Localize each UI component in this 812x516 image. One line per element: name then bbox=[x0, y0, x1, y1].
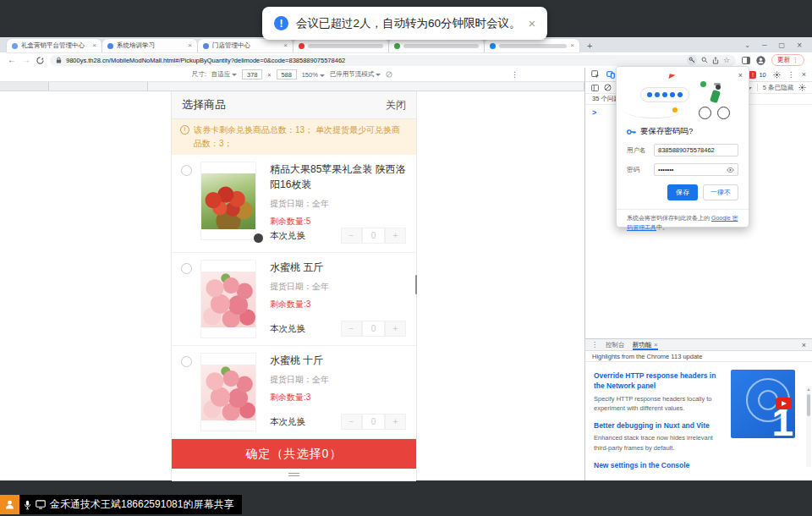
dimensions-label: 尺寸: bbox=[192, 70, 206, 79]
tab-label-obscured bbox=[499, 44, 567, 48]
whatsnew-video-thumbnail[interactable]: 1 bbox=[731, 370, 795, 438]
scroll-up-arrow[interactable]: ▲ bbox=[806, 387, 811, 392]
device-toolbar-toggle-icon[interactable] bbox=[606, 70, 615, 79]
never-button[interactable]: 一律不 bbox=[703, 184, 738, 200]
devtools-close-icon[interactable]: × bbox=[802, 70, 806, 79]
quantity-value[interactable]: 0 bbox=[362, 321, 385, 337]
whatsnew-item-title[interactable]: Override HTTP response headers in the Ne… bbox=[594, 371, 727, 392]
device-toolbar: 尺寸: 自适应 378 × 588 150% 已停用节流模式 ⋮ bbox=[0, 68, 584, 82]
product-row: 水蜜桃 五斤 提货日期：全年 剩余数量:3 本次兑换 − 0 + bbox=[172, 253, 416, 346]
close-window-button[interactable]: × bbox=[797, 41, 802, 50]
decorative-triangle bbox=[668, 74, 675, 80]
tab-close-icon[interactable]: × bbox=[92, 42, 96, 49]
product-radio[interactable] bbox=[181, 356, 192, 367]
new-tab-button[interactable]: + bbox=[587, 41, 592, 51]
tab-close-icon[interactable]: × bbox=[570, 42, 574, 49]
tab-search-icon[interactable]: ⌄ bbox=[744, 41, 750, 49]
tab-close-icon[interactable]: × bbox=[188, 42, 192, 49]
devtools-settings-icon[interactable] bbox=[773, 71, 781, 79]
close-link[interactable]: 关闭 bbox=[386, 98, 406, 113]
plus-button[interactable]: + bbox=[385, 228, 406, 244]
exchange-label: 本次兑换 bbox=[270, 323, 305, 335]
drawer-scrollbar[interactable]: ▲ bbox=[806, 386, 811, 467]
show-password-eye-icon[interactable] bbox=[727, 167, 734, 173]
side-panel-icon[interactable] bbox=[742, 57, 750, 64]
plus-button[interactable]: + bbox=[385, 321, 406, 337]
drag-handle[interactable] bbox=[172, 469, 416, 480]
tab-whats-new[interactable]: 新功能 × bbox=[633, 339, 658, 350]
device-zoom-select[interactable]: 150% bbox=[302, 71, 325, 79]
save-button[interactable]: 保存 bbox=[667, 184, 698, 200]
whatsnew-item-title[interactable]: New settings in the Console bbox=[594, 460, 727, 470]
bookmark-star-icon[interactable]: ☆ bbox=[723, 56, 730, 64]
tab-training[interactable]: 系统培训学习 × bbox=[102, 39, 197, 52]
product-radio[interactable] bbox=[181, 165, 192, 176]
minus-button[interactable]: − bbox=[341, 321, 362, 337]
reload-icon[interactable] bbox=[36, 57, 44, 64]
product-radio[interactable] bbox=[181, 263, 192, 274]
share-icon[interactable] bbox=[712, 57, 719, 64]
maximize-button[interactable]: ▢ bbox=[779, 41, 786, 49]
minus-button[interactable]: − bbox=[341, 414, 362, 430]
password-field[interactable]: ••••••• bbox=[654, 163, 738, 176]
page-scrollbar[interactable] bbox=[415, 275, 418, 294]
tab-obscured-2[interactable] bbox=[389, 39, 484, 52]
tab-gift-platform[interactable]: 礼盒营销平台管理中心 × bbox=[7, 39, 102, 52]
minus-button[interactable]: − bbox=[341, 228, 362, 244]
quantity-value[interactable]: 0 bbox=[362, 414, 385, 430]
shop-header: 选择商品 关闭 bbox=[172, 91, 416, 119]
tab-close-icon[interactable]: × bbox=[283, 42, 288, 49]
scrollbar-thumb[interactable] bbox=[807, 394, 810, 416]
profile-avatar-icon[interactable] bbox=[756, 56, 765, 65]
tab-obscured-1[interactable] bbox=[294, 39, 388, 52]
tab-close-icon[interactable]: × bbox=[654, 342, 658, 349]
whatsnew-item-desc: Specify HTTP response headers locally to… bbox=[594, 394, 721, 414]
whatsnew-item-title[interactable]: Better debugging in Nuxt and Vite bbox=[594, 420, 727, 431]
decorative-dot bbox=[700, 81, 706, 87]
quantity-value[interactable]: 0 bbox=[362, 228, 385, 244]
console-sidebar-icon[interactable] bbox=[591, 85, 599, 91]
inspect-element-icon[interactable] bbox=[591, 70, 600, 79]
tab-label-obscured bbox=[308, 44, 383, 48]
ruler-segment[interactable] bbox=[49, 82, 148, 91]
device-throttle-select[interactable]: 已停用节流模式 bbox=[330, 70, 381, 79]
drawer-tab-bar: ⋮ 控制台 新功能 × × bbox=[585, 339, 812, 351]
product-info: 精品大果85苹果礼盒装 陕西洛阳16枚装 提货日期：全年 剩余数量:5 本次兑换… bbox=[270, 162, 406, 245]
url-text[interactable]: 9800ys.th28.cn/MobileModNoMall.html#/Pic… bbox=[66, 57, 683, 64]
confirm-button[interactable]: 确定（共选择0） bbox=[172, 439, 416, 469]
tab-obscured-3[interactable]: × bbox=[485, 39, 579, 52]
tab-console-drawer[interactable]: 控制台 bbox=[606, 339, 625, 350]
pickup-date: 提货日期：全年 bbox=[270, 198, 406, 210]
zoom-icon[interactable] bbox=[701, 57, 708, 63]
mobile-viewport: 选择商品 关闭 i 该券卡剩余兑换商品总数：13； 单次提货最少可兑换商品数：3… bbox=[172, 91, 416, 480]
youtube-play-icon[interactable] bbox=[776, 398, 792, 409]
lock-icon[interactable] bbox=[56, 57, 62, 63]
device-width-input[interactable]: 378 bbox=[242, 69, 262, 80]
plus-button[interactable]: + bbox=[385, 414, 406, 430]
clear-console-icon[interactable] bbox=[604, 84, 612, 91]
chrome-update-chip[interactable]: 更新 ⋮ bbox=[771, 54, 804, 66]
device-toolbar-more-icon[interactable]: ⋮ bbox=[511, 70, 518, 79]
error-icon: ! bbox=[749, 71, 756, 79]
tab-store-admin[interactable]: 门店管理中心 × bbox=[198, 39, 293, 52]
omnibox[interactable]: 9800ys.th28.cn/MobileModNoMall.html#/Pic… bbox=[50, 55, 736, 66]
back-icon[interactable]: ← bbox=[8, 56, 16, 64]
drawer-menu-icon[interactable]: ⋮ bbox=[591, 341, 598, 349]
devtools-menu-icon[interactable]: ⋮ bbox=[787, 70, 795, 79]
toast-close-icon[interactable]: × bbox=[529, 16, 536, 30]
console-error-badge[interactable]: ! 10 bbox=[749, 71, 765, 79]
password-key-icon[interactable] bbox=[687, 55, 697, 65]
minimize-button[interactable]: ─ bbox=[762, 41, 767, 49]
username-field[interactable]: 8385889075578462 bbox=[654, 144, 738, 156]
quantity-stepper: − 0 + bbox=[341, 321, 406, 337]
pickup-date: 提货日期：全年 bbox=[270, 374, 406, 386]
quantity-stepper: − 0 + bbox=[341, 228, 406, 244]
device-fit-select[interactable]: 自适应 bbox=[211, 70, 238, 79]
browser-menu-icon[interactable]: ⋮ bbox=[793, 57, 798, 63]
ruler-segment[interactable] bbox=[148, 82, 584, 91]
forward-icon[interactable]: → bbox=[22, 56, 30, 64]
ruler-segment[interactable] bbox=[0, 82, 49, 91]
console-settings-icon[interactable] bbox=[798, 84, 806, 91]
device-height-input[interactable]: 588 bbox=[277, 69, 297, 80]
drawer-close-icon[interactable]: × bbox=[802, 341, 806, 349]
